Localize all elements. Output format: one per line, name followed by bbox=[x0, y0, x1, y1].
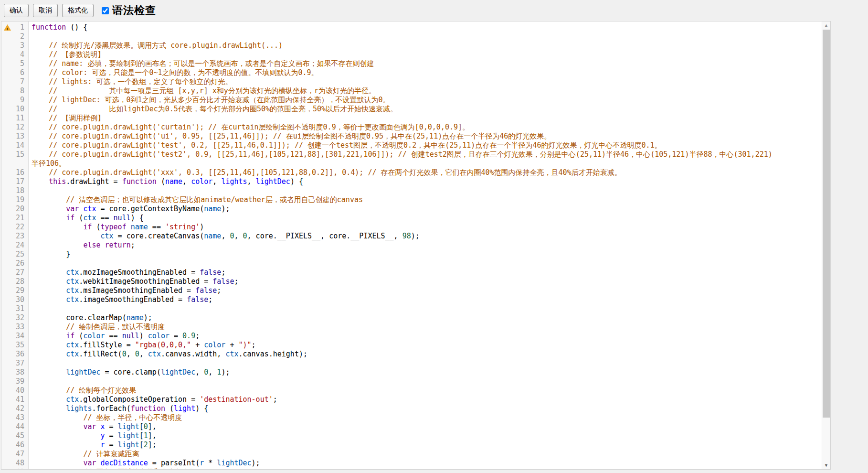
code-text: // core.plugin.drawLight('test', 0.2, [[… bbox=[24, 141, 662, 150]
code-line[interactable]: !1function () { bbox=[1, 23, 822, 32]
code-text bbox=[24, 259, 32, 268]
code-line[interactable]: 43 // 坐标，半径，中心不透明度 bbox=[1, 413, 822, 422]
code-line[interactable]: 16 // core.plugin.drawLight('xxx', 0.3, … bbox=[1, 168, 822, 177]
code-line[interactable]: 33 // 绘制色调层，默认不透明度 bbox=[1, 322, 822, 332]
line-number: 1 bbox=[12, 23, 24, 32]
lint-marker-cell bbox=[1, 68, 12, 77]
code-line[interactable]: 半径106。 bbox=[1, 159, 822, 168]
code-line[interactable]: 5 // name: 必填，要绘制到的画布名；可以是一个系统画布，或者是个自定义… bbox=[1, 59, 822, 68]
code-line[interactable]: 27 ctx.mozImageSmoothingEnabled = false; bbox=[1, 268, 822, 277]
code-text: core.clearMap(name); bbox=[24, 313, 152, 322]
code-line[interactable]: 35 ctx.fillStyle = "rgba(0,0,0," + color… bbox=[1, 341, 822, 350]
line-number: 43 bbox=[12, 413, 24, 422]
code-line[interactable]: 29 ctx.msImageSmoothingEnabled = false; bbox=[1, 286, 822, 295]
line-number: 27 bbox=[12, 268, 24, 277]
code-text: // lights: 可选，一个数组，定义了每个独立的灯光。 bbox=[24, 77, 232, 86]
confirm-button[interactable]: 确认 bbox=[4, 4, 29, 17]
line-number: 30 bbox=[12, 295, 24, 304]
code-line[interactable]: 17 this.drawLight = function (name, colo… bbox=[1, 177, 822, 186]
code-text: var ctx = core.getContextByName(name); bbox=[24, 204, 230, 214]
code-line[interactable]: 7 // lights: 可选，一个数组，定义了每个独立的灯光。 bbox=[1, 77, 822, 86]
cancel-button[interactable]: 取消 bbox=[33, 4, 58, 17]
code-line[interactable]: 22 if (typeof name == 'string') bbox=[1, 223, 822, 232]
code-line[interactable]: 41 ctx.globalCompositeOperation = 'desti… bbox=[1, 395, 822, 404]
code-text: ctx.msImageSmoothingEnabled = false; bbox=[24, 286, 221, 295]
line-number: 28 bbox=[12, 277, 24, 286]
code-line[interactable]: 21 if (ctx == null) { bbox=[1, 214, 822, 223]
code-text: r = light[2]; bbox=[24, 441, 157, 450]
line-number: 13 bbox=[12, 132, 24, 141]
code-line[interactable]: 34 if (color == null) color = 0.9; bbox=[1, 332, 822, 341]
lint-marker-cell bbox=[1, 195, 12, 204]
code-text: ctx.fillStyle = "rgba(0,0,0," + color + … bbox=[24, 341, 256, 350]
code-line[interactable]: 15 // core.plugin.drawLight('test2', 0.9… bbox=[1, 150, 822, 159]
line-number: 9 bbox=[12, 96, 24, 105]
line-number: 15 bbox=[12, 150, 24, 159]
code-line[interactable]: 31 bbox=[1, 304, 822, 313]
code-line[interactable]: 47 // 计算衰减距离 bbox=[1, 450, 822, 459]
scrollbar-thumb[interactable] bbox=[823, 30, 830, 418]
vertical-scrollbar[interactable]: ▲ ▼ bbox=[822, 22, 830, 469]
code-line[interactable]: 4 // 【参数说明】 bbox=[1, 50, 822, 59]
code-line[interactable]: 38 lightDec = core.clamp(lightDec, 0, 1)… bbox=[1, 368, 822, 377]
code-text: if (color == null) color = 0.9; bbox=[24, 332, 200, 341]
code-text bbox=[24, 359, 32, 368]
warning-icon: ! bbox=[4, 24, 11, 31]
code-line[interactable]: 25 } bbox=[1, 250, 822, 259]
code-line[interactable]: 26 bbox=[1, 259, 822, 268]
line-number: 25 bbox=[12, 250, 24, 259]
code-line[interactable]: 6 // color: 可选，只能是一个0~1之间的数，为不透明度的值。不填则默… bbox=[1, 68, 822, 77]
lint-marker-cell bbox=[1, 168, 12, 177]
code-line[interactable]: 30 ctx.imageSmoothingEnabled = false; bbox=[1, 295, 822, 304]
code-line[interactable]: 14 // core.plugin.drawLight('test', 0.2,… bbox=[1, 141, 822, 150]
code-line[interactable]: 10 // 比如lightDec为0.5代表，每个灯光部分内圈50%的范围全亮，… bbox=[1, 105, 822, 114]
code-line[interactable]: 48 var decDistance = parseInt(r * lightD… bbox=[1, 459, 822, 468]
code-line[interactable]: 42 lights.forEach(function (light) { bbox=[1, 404, 822, 413]
line-number: 10 bbox=[12, 105, 24, 114]
code-text: // core.plugin.drawLight('curtain'); // … bbox=[24, 123, 469, 132]
scroll-up-button[interactable]: ▲ bbox=[822, 22, 830, 29]
code-line[interactable]: 39 bbox=[1, 377, 822, 386]
code-line[interactable]: 32 core.clearMap(name); bbox=[1, 313, 822, 322]
code-line[interactable]: 18 bbox=[1, 186, 822, 195]
code-line[interactable]: 12 // core.plugin.drawLight('curtain'); … bbox=[1, 123, 822, 132]
line-number: 38 bbox=[12, 368, 24, 377]
code-text: ctx.webkitImageSmoothingEnabled = false; bbox=[24, 277, 239, 286]
code-line[interactable]: 11 // 【调用样例】 bbox=[1, 114, 822, 123]
line-number: 19 bbox=[12, 195, 24, 204]
code-line[interactable]: 28 ctx.webkitImageSmoothingEnabled = fal… bbox=[1, 277, 822, 286]
lint-marker-cell bbox=[1, 413, 12, 422]
code-line[interactable]: 19 // 清空色调层；也可以修改成其它层比如animate/weather层，… bbox=[1, 195, 822, 204]
lint-marker-cell bbox=[1, 259, 12, 268]
code-line[interactable]: 46 r = light[2]; bbox=[1, 441, 822, 450]
code-line[interactable]: 44 var x = light[0], bbox=[1, 422, 822, 431]
code-line[interactable]: 2 bbox=[1, 32, 822, 41]
code-editor[interactable]: !1function () {23 // 绘制灯光/漆黑层效果。调用方式 cor… bbox=[1, 21, 831, 470]
code-line[interactable]: 49 // 正方形区域的直径和左上角坐标 bbox=[1, 468, 822, 470]
code-line[interactable]: 3 // 绘制灯光/漆黑层效果。调用方式 core.plugin.drawLig… bbox=[1, 41, 822, 50]
code-line[interactable]: 8 // 其中每一项是三元组 [x,y,r] x和y分别为该灯光的横纵坐标，r为… bbox=[1, 86, 822, 96]
code-line[interactable]: 20 var ctx = core.getContextByName(name)… bbox=[1, 204, 822, 214]
line-number: 12 bbox=[12, 123, 24, 132]
code-line[interactable]: 36 ctx.fillRect(0, 0, ctx.canvas.width, … bbox=[1, 350, 822, 359]
code-line[interactable]: 9 // lightDec: 可选，0到1之间，光从多少百分比才开始衰减（在此范… bbox=[1, 96, 822, 105]
syntax-check-checkbox[interactable] bbox=[102, 7, 109, 14]
format-button[interactable]: 格式化 bbox=[62, 4, 94, 17]
lint-marker-cell bbox=[1, 359, 12, 368]
code-line[interactable]: 13 // core.plugin.drawLight('ui', 0.95, … bbox=[1, 132, 822, 141]
code-text: // 计算衰减距离 bbox=[24, 450, 139, 459]
code-text: var x = light[0], bbox=[24, 422, 157, 431]
line-number: 8 bbox=[12, 86, 24, 96]
code-line[interactable]: 24 else return; bbox=[1, 241, 822, 250]
code-line[interactable]: 23 ctx = core.createCanvas(name, 0, 0, c… bbox=[1, 232, 822, 241]
code-text: // 绘制灯光/漆黑层效果。调用方式 core.plugin.drawLight… bbox=[24, 41, 283, 50]
lint-marker-cell bbox=[1, 96, 12, 105]
code-line[interactable]: 37 bbox=[1, 359, 822, 368]
code-line[interactable]: 45 y = light[1], bbox=[1, 431, 822, 441]
code-line[interactable]: 40 // 绘制每个灯光效果 bbox=[1, 386, 822, 395]
scroll-down-button[interactable]: ▼ bbox=[822, 462, 830, 469]
code-text: ctx.globalCompositeOperation = 'destinat… bbox=[24, 395, 277, 404]
code-text: // 坐标，半径，中心不透明度 bbox=[24, 413, 182, 422]
lint-marker-cell bbox=[1, 431, 12, 441]
lint-marker-cell bbox=[1, 150, 12, 159]
